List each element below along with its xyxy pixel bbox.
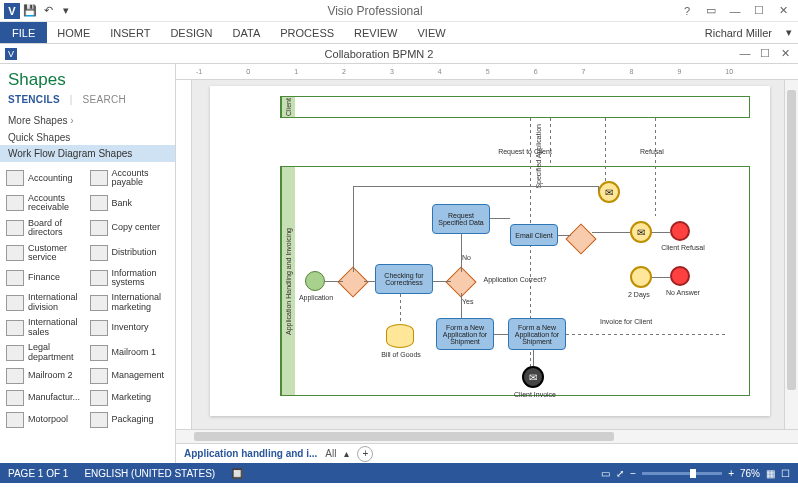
end-client-invoice[interactable]: ✉ (522, 366, 544, 388)
tab-review[interactable]: REVIEW (344, 22, 407, 43)
presentation-mode-icon[interactable]: ▭ (601, 468, 610, 479)
end-client-refusal[interactable] (670, 221, 690, 241)
vertical-scrollbar[interactable] (784, 80, 798, 429)
start-event[interactable] (305, 271, 325, 291)
zoom-in-icon[interactable]: + (728, 468, 734, 479)
drawing-page[interactable]: Client Application Handling and Invoicin… (210, 86, 770, 416)
shape-manufacturing[interactable]: Manufactur... (4, 387, 88, 409)
page-tab-1[interactable]: Application handling and i... (184, 448, 317, 459)
vscroll-thumb[interactable] (787, 90, 796, 390)
shape-accounting[interactable]: Accounting (4, 166, 88, 191)
shape-legal-department[interactable]: Legal department (4, 340, 88, 365)
shape-copy-center[interactable]: Copy center (88, 216, 172, 241)
shape-finance[interactable]: Finance (4, 266, 88, 291)
user-name[interactable]: Richard Miller (697, 23, 780, 43)
tab-view[interactable]: VIEW (407, 22, 455, 43)
save-icon[interactable]: 💾 (22, 3, 38, 19)
shape-icon (6, 295, 24, 311)
end-no-answer[interactable] (670, 266, 690, 286)
fit-page-icon[interactable]: ▦ (766, 468, 775, 479)
shape-accounts-payable[interactable]: Accounts payable (88, 166, 172, 191)
file-tab[interactable]: FILE (0, 22, 47, 43)
shape-icon (90, 412, 108, 428)
shape-international-division[interactable]: International division (4, 290, 88, 315)
doc-maximize-icon[interactable]: ☐ (756, 47, 774, 60)
horizontal-scrollbar[interactable] (176, 429, 798, 443)
maximize-icon[interactable]: ☐ (748, 2, 770, 20)
doc-minimize-icon[interactable]: — (736, 47, 754, 60)
ruler-vertical (176, 80, 192, 429)
flow (494, 334, 508, 335)
flow (490, 218, 510, 219)
shape-packaging[interactable]: Packaging (88, 409, 172, 431)
shape-accounts-receivable[interactable]: Accounts receivable (4, 191, 88, 216)
data-bill-of-goods[interactable] (386, 324, 414, 348)
doc-close-icon[interactable]: ✕ (776, 47, 794, 60)
task-form-new-2[interactable]: Form a New Application for Shipment (508, 318, 566, 350)
tab-data[interactable]: DATA (223, 22, 271, 43)
close-icon[interactable]: ✕ (772, 2, 794, 20)
shape-management[interactable]: Management (88, 365, 172, 387)
zoom-level[interactable]: 76% (740, 468, 760, 479)
minimize-icon[interactable]: — (724, 2, 746, 20)
shape-marketing[interactable]: Marketing (88, 387, 172, 409)
app-icon[interactable]: V (4, 3, 20, 19)
shape-grid: Accounting Accounts payable Accounts rec… (0, 162, 175, 435)
label-client-refusal: Client Refusal (658, 244, 708, 251)
shape-international-sales[interactable]: International sales (4, 315, 88, 340)
zoom-thumb[interactable] (690, 469, 696, 478)
status-language[interactable]: ENGLISH (UNITED STATES) (76, 468, 223, 479)
shape-mailroom-1[interactable]: Mailroom 1 (88, 340, 172, 365)
shape-distribution[interactable]: Distribution (88, 241, 172, 266)
pool-client[interactable]: Client (280, 96, 750, 118)
undo-icon[interactable]: ↶ (40, 3, 56, 19)
event-msg-refusal[interactable]: ✉ (630, 221, 652, 243)
qat-dropdown-icon[interactable]: ▾ (58, 3, 74, 19)
page-tab-dropdown-icon[interactable]: ▴ (344, 448, 349, 459)
main-area: Shapes STENCILS | SEARCH More Shapes Qui… (0, 64, 798, 463)
tab-process[interactable]: PROCESS (270, 22, 344, 43)
tab-design[interactable]: DESIGN (160, 22, 222, 43)
shape-mailroom-2[interactable]: Mailroom 2 (4, 365, 88, 387)
status-page[interactable]: PAGE 1 OF 1 (0, 468, 76, 479)
shape-customer-service[interactable]: Customer service (4, 241, 88, 266)
shape-board-of-directors[interactable]: Board of directors (4, 216, 88, 241)
flow (433, 281, 451, 282)
zoom-out-icon[interactable]: − (630, 468, 636, 479)
help-icon[interactable]: ? (676, 2, 698, 20)
task-email-client[interactable]: Email Client (510, 224, 558, 246)
active-stencil[interactable]: Work Flow Diagram Shapes (0, 145, 175, 162)
quick-shapes-link[interactable]: Quick Shapes (0, 130, 175, 145)
stencils-tab[interactable]: STENCILS (8, 94, 60, 105)
search-tab[interactable]: SEARCH (82, 94, 125, 105)
page-tab-all[interactable]: All (325, 448, 336, 459)
flow (364, 281, 376, 282)
shape-icon (6, 270, 24, 286)
shape-icon (6, 245, 24, 261)
ribbon-display-icon[interactable]: ▭ (700, 2, 722, 20)
task-request-data[interactable]: Request Specified Data (432, 204, 490, 234)
task-check-correctness[interactable]: Checking for Correctness (375, 264, 433, 294)
shape-inventory[interactable]: Inventory (88, 315, 172, 340)
flow (598, 186, 599, 191)
more-shapes-link[interactable]: More Shapes (0, 111, 175, 130)
shape-icon (6, 220, 24, 236)
task-form-new-1[interactable]: Form a New Application for Shipment (436, 318, 494, 350)
fullscreen-icon[interactable]: ☐ (781, 468, 790, 479)
shape-international-marketing[interactable]: International marketing (88, 290, 172, 315)
shape-information-systems[interactable]: Information systems (88, 266, 172, 291)
event-timer-2days[interactable] (630, 266, 652, 288)
add-page-button[interactable]: + (357, 446, 373, 462)
tab-home[interactable]: HOME (47, 22, 100, 43)
label-bill: Bill of Goods (380, 351, 422, 358)
hscroll-thumb[interactable] (194, 432, 614, 441)
drawing-canvas[interactable]: Client Application Handling and Invoicin… (192, 80, 798, 429)
shape-motorpool[interactable]: Motorpool (4, 409, 88, 431)
tab-insert[interactable]: INSERT (100, 22, 160, 43)
shape-icon (6, 320, 24, 336)
zoom-slider[interactable] (642, 472, 722, 475)
user-dropdown-icon[interactable]: ▾ (780, 26, 798, 39)
shape-bank[interactable]: Bank (88, 191, 172, 216)
fit-window-icon[interactable]: ⤢ (616, 468, 624, 479)
event-msg-top[interactable]: ✉ (598, 181, 620, 203)
